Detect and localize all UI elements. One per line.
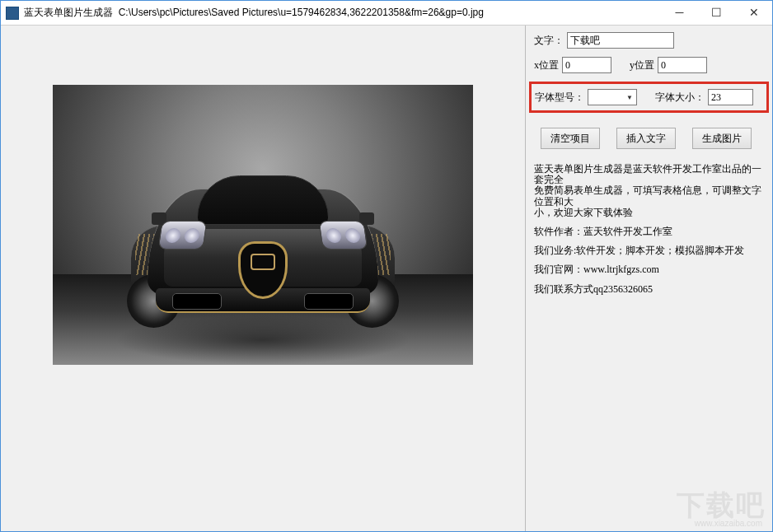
info-contact: 我们联系方式qq2356326065 xyxy=(534,284,764,295)
titlebar-text: 蓝天表单图片生成器 C:\Users\pc\Pictures\Saved Pic… xyxy=(24,6,661,20)
font-settings-highlight: 字体型号： ▼ 字体大小： xyxy=(529,82,769,113)
minimize-button[interactable]: ─ xyxy=(661,1,698,24)
button-row: 清空项目 插入文字 生成图片 xyxy=(541,128,764,149)
file-path: C:\Users\pc\Pictures\Saved Pictures\u=15… xyxy=(119,7,484,18)
x-input[interactable] xyxy=(562,57,611,73)
info-business: 我们业务:软件开发；脚本开发；模拟器脚本开发 xyxy=(534,245,764,256)
x-label: x位置 xyxy=(534,58,559,72)
font-label: 字体型号： xyxy=(535,91,584,105)
text-row: 文字： xyxy=(534,32,764,49)
window-controls: ─ ☐ ✕ xyxy=(661,1,772,25)
position-row: x位置 y位置 xyxy=(534,57,764,73)
size-input[interactable] xyxy=(708,89,753,105)
titlebar[interactable]: 蓝天表单图片生成器 C:\Users\pc\Pictures\Saved Pic… xyxy=(1,1,772,26)
control-pane: 文字： x位置 y位置 字体型号： ▼ 字体大小： 清空项目 xyxy=(526,26,772,531)
font-combo[interactable]: ▼ xyxy=(588,89,637,105)
size-label: 字体大小： xyxy=(655,91,705,105)
clear-button[interactable]: 清空项目 xyxy=(541,128,600,149)
info-desc: 蓝天表单图片生成器是蓝天软件开发工作室出品的一套完全 免费简易表单生成器，可填写… xyxy=(534,164,764,218)
text-label: 文字： xyxy=(534,34,564,48)
image-pane xyxy=(1,26,526,531)
info-website: 我们官网：www.ltrjkfgzs.com xyxy=(534,264,764,275)
y-input[interactable] xyxy=(658,57,707,73)
client-area: 文字： x位置 y位置 字体型号： ▼ 字体大小： 清空项目 xyxy=(1,26,772,531)
app-icon xyxy=(6,7,19,20)
maximize-button[interactable]: ☐ xyxy=(698,1,735,24)
text-input[interactable] xyxy=(567,32,674,49)
preview-image[interactable] xyxy=(53,85,473,365)
main-window: 蓝天表单图片生成器 C:\Users\pc\Pictures\Saved Pic… xyxy=(0,0,773,532)
close-button[interactable]: ✕ xyxy=(735,1,772,24)
generate-button[interactable]: 生成图片 xyxy=(692,128,752,149)
info-text: 蓝天表单图片生成器是蓝天软件开发工作室出品的一套完全 免费简易表单生成器，可填写… xyxy=(534,164,764,295)
info-author: 软件作者：蓝天软件开发工作室 xyxy=(534,226,764,237)
app-name: 蓝天表单图片生成器 xyxy=(24,7,113,18)
chevron-down-icon: ▼ xyxy=(626,94,633,101)
insert-button[interactable]: 插入文字 xyxy=(616,128,676,149)
y-label: y位置 xyxy=(630,58,654,72)
